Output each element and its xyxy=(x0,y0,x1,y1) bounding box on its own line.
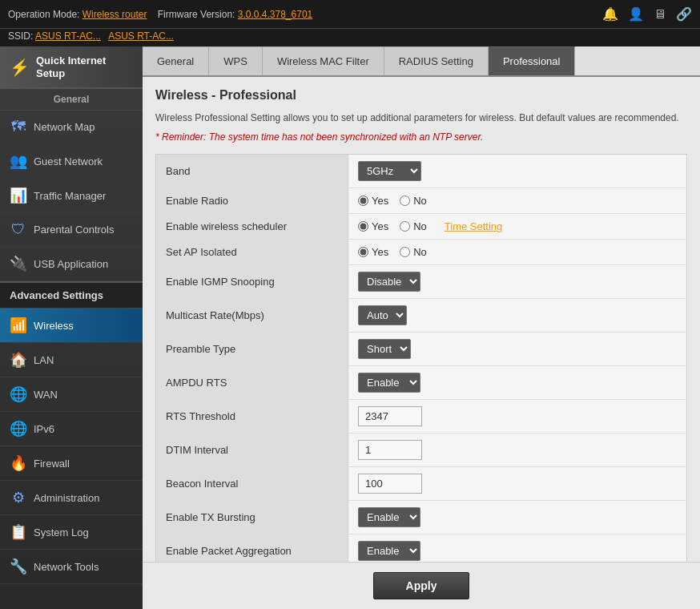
enable-radio-no-input[interactable] xyxy=(400,196,410,206)
sidebar-item-lan[interactable]: 🏠 LAN xyxy=(0,343,143,377)
beacon-interval-input[interactable] xyxy=(358,474,422,494)
dtim-interval-input[interactable] xyxy=(358,440,422,460)
sidebar-item-label: Wireless xyxy=(34,320,74,332)
wireless-scheduler-group: Yes No Time Setting xyxy=(358,220,677,232)
enable-radio-yes-input[interactable] xyxy=(358,196,368,206)
main-layout: ⚡ Quick Internet Setup General 🗺 Network… xyxy=(0,46,700,609)
tab-wps[interactable]: WPS xyxy=(209,46,263,75)
top-bar-info: Operation Mode: Wireless router Firmware… xyxy=(8,9,312,20)
preamble-type-label: Preamble Type xyxy=(156,333,348,366)
wireless-scheduler-no[interactable]: No xyxy=(400,220,427,232)
table-row: Enable Radio Yes No xyxy=(156,188,687,214)
sidebar-item-guest-network[interactable]: 👥 Guest Network xyxy=(0,144,143,179)
table-row: DTIM Interval xyxy=(156,434,687,467)
ap-isolated-yes[interactable]: Yes xyxy=(358,246,388,258)
share-icon[interactable]: 🔗 xyxy=(676,6,692,22)
apply-bar: Apply xyxy=(143,562,700,609)
band-label: Band xyxy=(156,155,348,188)
sidebar-item-ipv6[interactable]: 🌐 IPv6 xyxy=(0,412,143,446)
dtim-interval-label: DTIM Interval xyxy=(156,434,348,467)
table-row: Enable Packet Aggregation Enable Disable xyxy=(156,534,687,563)
apply-button[interactable]: Apply xyxy=(373,572,470,599)
multicast-rate-value: Auto 1 2 5.5 11 xyxy=(348,299,687,333)
igmp-snooping-select[interactable]: Disable Enable xyxy=(358,272,420,292)
operation-mode-value[interactable]: Wireless router xyxy=(82,9,147,20)
rts-threshold-value xyxy=(348,400,687,434)
beacon-interval-value xyxy=(348,467,687,501)
time-setting-link[interactable]: Time Setting xyxy=(445,220,503,232)
table-row: Band 5GHz 2.4GHz xyxy=(156,155,687,188)
preamble-type-select[interactable]: Short Long xyxy=(358,339,411,359)
sidebar-item-system-log[interactable]: 📋 System Log xyxy=(0,515,143,550)
enable-radio-no[interactable]: No xyxy=(400,195,427,207)
user-icon[interactable]: 👤 xyxy=(628,6,644,22)
wireless-scheduler-yes-input[interactable] xyxy=(358,221,368,232)
sidebar-item-administration[interactable]: ⚙ Administration xyxy=(0,481,143,515)
bell-icon[interactable]: 🔔 xyxy=(602,6,618,22)
top-bar: Operation Mode: Wireless router Firmware… xyxy=(0,0,700,29)
sidebar-item-label: Traffic Manager xyxy=(34,190,106,202)
sidebar-item-firewall[interactable]: 🔥 Firewall xyxy=(0,446,143,481)
ap-isolated-no-input[interactable] xyxy=(400,247,410,257)
table-row: Beacon Interval xyxy=(156,467,687,501)
page-title: Wireless - Professional xyxy=(155,88,687,103)
tab-bar: General WPS Wireless MAC Filter RADIUS S… xyxy=(143,46,700,77)
app-container: Operation Mode: Wireless router Firmware… xyxy=(0,0,700,609)
display-icon[interactable]: 🖥 xyxy=(654,7,666,22)
band-select[interactable]: 5GHz 2.4GHz xyxy=(358,161,421,181)
tab-radius-setting[interactable]: RADIUS Setting xyxy=(384,46,489,75)
ipv6-icon: 🌐 xyxy=(10,420,27,438)
advanced-settings-label: Advanced Settings xyxy=(0,281,143,309)
ap-isolated-no[interactable]: No xyxy=(400,246,427,258)
tab-wireless-mac-filter[interactable]: Wireless MAC Filter xyxy=(263,46,384,75)
table-row: Multicast Rate(Mbps) Auto 1 2 5.5 11 xyxy=(156,299,687,333)
band-value: 5GHz 2.4GHz xyxy=(348,155,687,188)
sidebar-item-traffic-manager[interactable]: 📊 Traffic Manager xyxy=(0,179,143,213)
sidebar-item-label: IPv6 xyxy=(34,423,54,435)
tab-professional[interactable]: Professional xyxy=(489,46,576,75)
sidebar-item-wan[interactable]: 🌐 WAN xyxy=(0,377,143,412)
sidebar-item-network-tools[interactable]: 🔧 Network Tools xyxy=(0,550,143,584)
ampdu-rts-value: Enable Disable xyxy=(348,366,687,400)
network-map-icon: 🗺 xyxy=(10,119,27,135)
multicast-rate-select[interactable]: Auto 1 2 5.5 11 xyxy=(358,305,407,325)
wireless-scheduler-no-input[interactable] xyxy=(400,221,410,232)
guest-network-icon: 👥 xyxy=(10,152,27,170)
firmware-label: Firmware Version: xyxy=(158,9,235,20)
table-row: AMPDU RTS Enable Disable xyxy=(156,366,687,400)
rts-threshold-input[interactable] xyxy=(358,406,422,426)
page-content: Wireless - Professional Wireless Profess… xyxy=(143,77,700,562)
firmware-value[interactable]: 3.0.0.4.378_6701 xyxy=(238,9,312,20)
ssid-value2[interactable]: ASUS RT-AC... xyxy=(108,30,174,42)
network-tools-icon: 🔧 xyxy=(10,558,27,575)
sidebar-item-usb-application[interactable]: 🔌 USB Application xyxy=(0,247,143,281)
sidebar-item-network-map[interactable]: 🗺 Network Map xyxy=(0,111,143,144)
ssid-value1[interactable]: ASUS RT-AC... xyxy=(35,30,101,42)
table-row: Set AP Isolated Yes No xyxy=(156,240,687,265)
sidebar-item-wireless[interactable]: 📶 Wireless xyxy=(0,309,143,343)
table-row: Preamble Type Short Long xyxy=(156,333,687,366)
multicast-rate-label: Multicast Rate(Mbps) xyxy=(156,299,348,333)
tx-bursting-select[interactable]: Enable Disable xyxy=(358,507,420,527)
enable-radio-yes[interactable]: Yes xyxy=(358,195,388,207)
firewall-icon: 🔥 xyxy=(10,454,27,472)
quick-internet-setup-item[interactable]: ⚡ Quick Internet Setup xyxy=(0,46,143,88)
ssid-bar: SSID: ASUS RT-AC... ASUS RT-AC... xyxy=(0,29,700,46)
packet-aggregation-value: Enable Disable xyxy=(348,534,687,563)
table-row: Enable wireless scheduler Yes No xyxy=(156,214,687,240)
ap-isolated-yes-input[interactable] xyxy=(358,247,368,257)
sidebar-item-label: Network Map xyxy=(34,121,95,133)
operation-mode-label: Operation Mode: xyxy=(8,9,79,20)
ampdu-rts-select[interactable]: Enable Disable xyxy=(358,373,420,393)
tx-bursting-value: Enable Disable xyxy=(348,501,687,534)
ssid-label: SSID: xyxy=(8,30,33,42)
quick-setup-label: Quick Internet Setup xyxy=(36,54,133,79)
tab-general[interactable]: General xyxy=(143,46,209,75)
ap-isolated-label: Set AP Isolated xyxy=(156,240,348,265)
table-row: Enable TX Bursting Enable Disable xyxy=(156,501,687,534)
packet-aggregation-select[interactable]: Enable Disable xyxy=(358,541,420,561)
wireless-scheduler-yes[interactable]: Yes xyxy=(358,220,388,232)
sidebar-item-parental-controls[interactable]: 🛡 Parental Controls xyxy=(0,213,143,247)
usb-application-icon: 🔌 xyxy=(10,255,27,272)
dtim-interval-value xyxy=(348,434,687,467)
